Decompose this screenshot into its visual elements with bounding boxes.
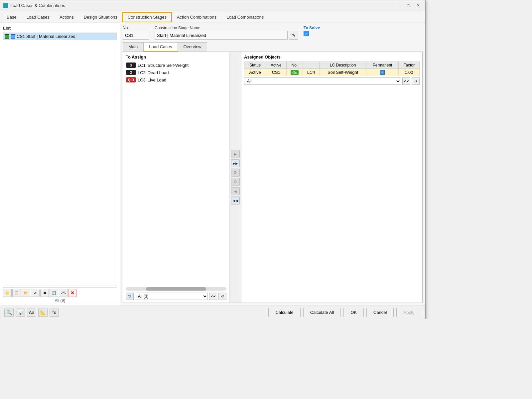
list-footer: All (9) — [3, 298, 117, 303]
edit-name-button[interactable]: ✎ — [289, 31, 298, 40]
tab-load-combinations[interactable]: Load Combinations — [221, 12, 269, 22]
window-title: Load Cases & Combinations — [10, 3, 393, 8]
assign-check-all-btn[interactable]: ✔✔ — [209, 293, 217, 300]
app-icon — [3, 3, 8, 8]
permanent-checkbox[interactable] — [380, 70, 385, 75]
table-row[interactable]: Active CS1 Gs LC4 Soil Self-Weight 1.00 — [244, 69, 420, 76]
name-field-group: Construction Stage Name ✎ — [155, 26, 298, 40]
lc3-name: Live Load — [148, 77, 166, 82]
tab-actions[interactable]: Actions — [55, 12, 79, 22]
row-active: CS1 — [266, 69, 286, 76]
subtab-main[interactable]: Main — [123, 42, 143, 52]
row-factor: 1.00 — [398, 69, 419, 76]
transfer-action1-btn[interactable]: ⚙ — [231, 169, 240, 177]
minimize-button[interactable]: — — [393, 2, 403, 9]
ok-button[interactable]: OK — [343, 308, 364, 317]
assigned-check-all-btn[interactable]: ✔✔ — [402, 77, 410, 85]
table-btn[interactable]: 📊 — [16, 309, 25, 317]
header-row: No. Construction Stage Name ✎ To Solve — [123, 26, 423, 40]
calculate-button[interactable]: Calculate — [268, 308, 300, 317]
transfer-all-left-btn[interactable]: ◀◀ — [231, 197, 240, 204]
assign-uncheck-btn[interactable]: ↺ — [218, 293, 226, 300]
assigned-panel: Assigned Objects Status Active No. LC De… — [241, 52, 422, 303]
assign-item-lc2[interactable]: G LC2 Dead Load — [126, 69, 226, 76]
col-description: LC Description — [319, 62, 366, 69]
col-active: Active — [266, 62, 286, 69]
to-solve-label: To Solve — [304, 26, 320, 30]
toolbar-num-btn[interactable]: 2/6 — [59, 289, 67, 297]
to-solve-checkbox[interactable] — [304, 31, 309, 36]
col-permanent: Permanent — [366, 62, 398, 69]
assign-list: G LC1 Structure Self-Weight G LC2 Dead L… — [126, 62, 226, 287]
subtab-load-cases[interactable]: Load Cases — [143, 42, 178, 52]
close-button[interactable]: ✕ — [413, 2, 423, 9]
tab-load-cases[interactable]: Load Cases — [22, 12, 55, 22]
col-factor: Factor — [398, 62, 419, 69]
formula-btn[interactable]: fx — [50, 309, 59, 317]
right-panel: No. Construction Stage Name ✎ To Solve — [120, 23, 425, 306]
maximize-button[interactable]: ◻ — [403, 2, 413, 9]
text-btn[interactable]: Aa — [27, 309, 36, 317]
bottom-left-tools: 🔍 📊 Aa 📐 fx — [4, 309, 59, 317]
assign-label: To Assign — [126, 55, 226, 60]
diagram-btn[interactable]: 📐 — [38, 309, 48, 317]
assign-item-lc1[interactable]: G LC1 Structure Self-Weight — [126, 62, 226, 69]
toolbar-copy-btn[interactable]: 📋 — [12, 289, 21, 297]
row-no: LC4 — [303, 69, 320, 76]
bottom-toolbar: 🔍 📊 Aa 📐 fx Calculate Calculate All OK C… — [0, 306, 425, 319]
no-input[interactable] — [123, 31, 149, 40]
transfer-buttons: ▶ ▶▶ ⚙ ⚙ ◀ ◀◀ — [229, 52, 241, 303]
assign-scrollbar-thumb — [146, 287, 206, 291]
list-item-icon-blue — [11, 34, 15, 39]
lc2-code: LC2 — [138, 70, 146, 75]
assign-filter-btn[interactable]: ▽ — [126, 293, 134, 300]
assigned-uncheck-btn[interactable]: ↺ — [412, 77, 420, 85]
left-panel: List CS1 Start | Material Linearized 🌟 📋… — [0, 23, 120, 306]
toolbar-import-btn[interactable]: 📂 — [22, 289, 30, 297]
search-btn[interactable]: 🔍 — [4, 309, 14, 317]
no-field-group: No. — [123, 26, 149, 40]
col-no: No. — [286, 62, 303, 69]
toolbar-uncheck-btn[interactable]: ✖ — [40, 289, 49, 297]
lc1-code: LC1 — [138, 63, 146, 68]
panels-container: To Assign G LC1 Structure Self-Weight G … — [123, 52, 423, 303]
row-description: Soil Self-Weight — [319, 69, 366, 76]
toolbar-refresh-btn[interactable]: 🔄 — [50, 289, 58, 297]
toolbar-new-btn[interactable]: 🌟 — [3, 289, 12, 297]
assigned-label: Assigned Objects — [244, 55, 420, 60]
main-content: List CS1 Start | Material Linearized 🌟 📋… — [0, 23, 425, 306]
calculate-all-button[interactable]: Calculate All — [303, 308, 341, 317]
name-input[interactable] — [155, 31, 288, 40]
col-status: Status — [244, 62, 266, 69]
lc1-name: Structure Self-Weight — [148, 63, 189, 68]
tab-action-combinations[interactable]: Action Combinations — [172, 12, 221, 22]
gs-badge: Gs — [291, 70, 299, 75]
assign-panel: To Assign G LC1 Structure Self-Weight G … — [123, 52, 229, 303]
subtab-overview[interactable]: Overview — [178, 42, 207, 52]
titlebar-controls: — ◻ ✕ — [393, 2, 423, 9]
tab-design-situations[interactable]: Design Situations — [79, 12, 122, 22]
assigned-dropdown[interactable]: All — [244, 77, 401, 85]
list-label: List — [3, 26, 117, 31]
tab-construction-stages[interactable]: Construction Stages — [122, 12, 172, 22]
toolbar-delete-btn[interactable]: ✕ — [68, 289, 77, 297]
assign-footer: ▽ All (3) ✔✔ ↺ — [126, 293, 226, 300]
toolbar-check-btn[interactable]: ✔ — [31, 289, 40, 297]
lc2-name: Dead Load — [148, 70, 169, 75]
cancel-button[interactable]: Cancel — [366, 308, 394, 317]
name-label: Construction Stage Name — [155, 26, 298, 30]
transfer-left-btn[interactable]: ◀ — [231, 187, 240, 195]
tab-base[interactable]: Base — [2, 12, 22, 22]
transfer-right-btn[interactable]: ▶ — [231, 150, 240, 158]
assign-dropdown[interactable]: All (3) — [135, 293, 208, 300]
assign-item-lc3[interactable]: QlD LC3 Live Load — [126, 76, 226, 83]
list-item-icon-green — [5, 34, 9, 39]
titlebar: Load Cases & Combinations — ◻ ✕ — [0, 0, 425, 11]
lc3-badge: QlD — [126, 77, 136, 82]
row-badge: Gs — [286, 69, 303, 76]
transfer-all-right-btn[interactable]: ▶▶ — [231, 159, 240, 167]
list-item[interactable]: CS1 Start | Material Linearized — [3, 33, 117, 40]
transfer-action2-btn[interactable]: ⚙ — [231, 178, 240, 186]
assign-scrollbar[interactable] — [126, 287, 226, 291]
apply-button[interactable]: Apply — [396, 308, 421, 317]
